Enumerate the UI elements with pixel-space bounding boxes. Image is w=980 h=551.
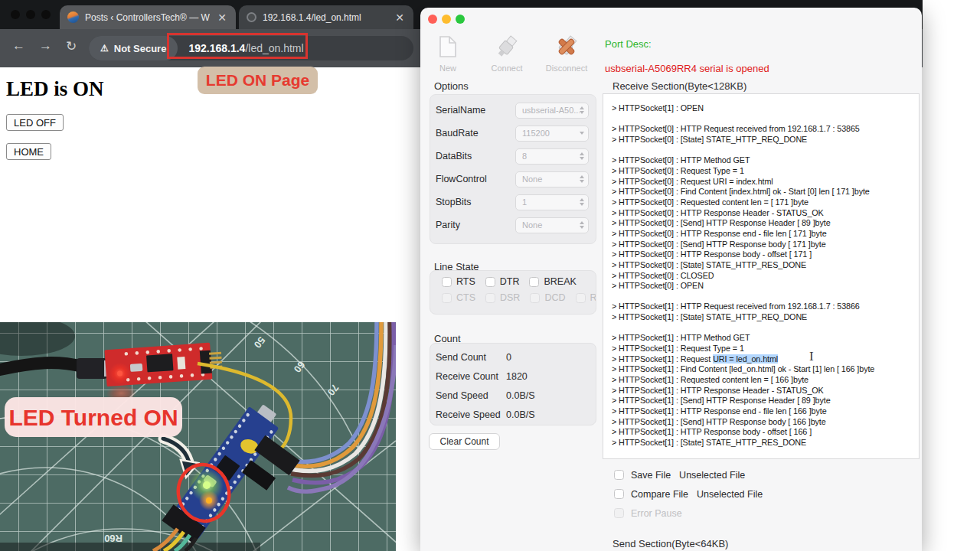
dsr-checkbox[interactable] <box>485 293 495 303</box>
usb-disconnect-icon <box>554 35 580 58</box>
window-control-icon[interactable] <box>11 10 20 19</box>
log-line: > HTTPSocket[0] : HTTP Response end - fi… <box>612 229 916 240</box>
log-line: > HTTPSocket[1] : [Send] HTTP Response b… <box>612 417 916 428</box>
log-line: > HTTPSocket[1] : Request URI = led_on.h… <box>612 354 916 365</box>
page-title: LED is ON <box>6 77 104 101</box>
line-state-row: CTSDSRDCDRI <box>430 287 596 303</box>
file-option-label: Save File <box>631 470 671 481</box>
file-options: Save FileUnselected FileCompare FileUnse… <box>614 465 763 523</box>
led-off-button[interactable]: LED OFF <box>6 114 64 131</box>
line-state-item-cts: CTS <box>442 292 475 303</box>
databits-select[interactable]: 8 <box>515 148 589 165</box>
home-button[interactable]: HOME <box>6 143 51 160</box>
reload-icon[interactable]: ↻ <box>66 38 77 54</box>
port-status-text: usbserial-A5069RR4 serial is opened <box>605 63 769 74</box>
log-line: > HTTPSocket[1] : HTTP Response Header -… <box>612 386 916 396</box>
log-line: > HTTPSocket[1] : Find Content [led_on.h… <box>612 364 916 375</box>
security-chip[interactable]: ⚠ Not Secure <box>89 36 178 60</box>
count-label: Receive Speed <box>436 409 506 420</box>
tab-title: 192.168.1.4/led_on.html <box>263 12 387 23</box>
file-option-value: Unselected File <box>679 470 745 481</box>
option-row-parity: ParityNone <box>430 214 596 236</box>
checkbox-label: BREAK <box>544 276 576 287</box>
clear-count-button[interactable]: Clear Count <box>429 433 500 450</box>
log-selected-text: URI = led_on.html <box>713 354 778 364</box>
option-label: StopBits <box>436 197 472 207</box>
ri-checkbox[interactable] <box>576 293 586 303</box>
receive-section-title: Receive Section(Byte<128KB) <box>612 80 746 92</box>
text-cursor-icon: I <box>809 349 814 364</box>
checkbox-label: DCD <box>544 292 565 303</box>
count-row: Receive Speed0.0B/S <box>430 405 596 424</box>
flowcontrol-select[interactable]: None <box>515 171 589 187</box>
select-value: usbserial-A50... <box>522 106 580 115</box>
stopbits-select[interactable]: 1 <box>515 194 589 210</box>
compare-file-checkbox[interactable] <box>614 489 624 499</box>
log-line: > HTTPSocket[0] : HTTP Response body - o… <box>612 249 916 260</box>
dtr-checkbox[interactable] <box>485 277 495 287</box>
line-state-item-dcd: DCD <box>530 292 565 303</box>
new-button[interactable]: New <box>421 35 475 73</box>
save-file-checkbox[interactable] <box>614 470 624 480</box>
log-line: > HTTPSocket[0] : Find Content [index.ht… <box>612 187 916 197</box>
line-state-item-ri: RI <box>576 292 597 303</box>
tab-led-on-page[interactable]: 192.168.1.4/led_on.html ✕ <box>239 5 413 29</box>
traffic-light-zoom-icon[interactable] <box>456 15 465 24</box>
log-line <box>612 323 916 334</box>
option-label: SerialName <box>436 105 485 116</box>
rts-checkbox[interactable] <box>442 277 452 287</box>
disconnect-button[interactable]: Disconnect <box>540 35 593 73</box>
connect-button[interactable]: Connect <box>480 35 534 73</box>
log-line: > HTTPSocket[1] : HTTP Method GET <box>612 333 916 344</box>
log-text: > HTTPSocket[1] : Request <box>612 354 713 364</box>
log-line: > HTTPSocket[0] : HTTP Response Header -… <box>612 208 916 219</box>
option-row-stopbits: StopBits1 <box>430 191 596 214</box>
log-line: > HTTPSocket[1] : [Send] HTTP Response H… <box>612 396 916 406</box>
traffic-light-minimize-icon[interactable] <box>442 15 451 24</box>
log-line: > HTTPSocket[1] : Requested content len … <box>612 375 916 386</box>
count-value: 0.0B/S <box>506 390 535 401</box>
option-row-baudrate: BaudRate115200 <box>430 122 596 145</box>
controllerstech-favicon-icon <box>67 11 79 23</box>
line-state-item-dsr: DSR <box>485 292 520 303</box>
loading-favicon-icon <box>247 12 256 22</box>
checkbox-label: RTS <box>456 276 475 287</box>
dropdown-caret-icon <box>580 132 584 135</box>
forward-icon[interactable]: → <box>39 38 52 54</box>
option-label: FlowControl <box>436 174 487 184</box>
led-on-page-badge: LED ON Page <box>198 67 318 94</box>
line-state-item-break: BREAK <box>529 276 576 287</box>
count-label: Send Speed <box>436 390 506 401</box>
window-control-icon[interactable] <box>26 10 35 19</box>
baudrate-select[interactable]: 115200 <box>515 126 589 142</box>
cts-checkbox[interactable] <box>442 293 452 303</box>
port-desc-label: Port Desc: <box>605 38 652 50</box>
log-line: > HTTPSocket[0] : [Send] HTTP Response b… <box>612 240 916 250</box>
serial-terminal-window: New Connect Disconnect <box>420 8 922 551</box>
error-pause-checkbox[interactable] <box>614 508 624 518</box>
parity-select[interactable]: None <box>515 217 589 233</box>
receive-log[interactable]: > HTTPSocket[1] : OPEN > HTTPSocket[0] :… <box>603 93 920 459</box>
window-control-icon[interactable] <box>41 10 51 19</box>
log-line: > HTTPSocket[1] : Request Type = 1 <box>612 344 916 354</box>
traffic-light-close-icon[interactable] <box>428 15 437 24</box>
break-checkbox[interactable] <box>529 277 539 287</box>
close-icon[interactable]: ✕ <box>216 11 228 24</box>
line-state-panel: RTSDTRBREAKCTSDSRDCDRI <box>430 270 596 315</box>
count-row: Send Speed0.0B/S <box>430 386 596 405</box>
stepper-icon <box>580 221 584 229</box>
back-icon[interactable]: ← <box>12 38 25 54</box>
options-panel: SerialNameusbserial-A50...BaudRate115200… <box>430 94 596 244</box>
log-line: > HTTPSocket[0] : HTTP Method GET <box>612 155 916 166</box>
log-line: > HTTPSocket[0] : HTTP Request received … <box>612 124 916 135</box>
count-value: 1820 <box>506 371 528 382</box>
log-line: > HTTPSocket[0] : Requested content len … <box>612 197 916 208</box>
close-icon[interactable]: ✕ <box>394 11 406 24</box>
tab-controllerstech[interactable]: Posts ‹ ControllersTech® — W ✕ <box>60 5 236 29</box>
send-section-title: Send Section(Byte<64KB) <box>612 538 728 549</box>
checkbox-label: DSR <box>500 292 520 303</box>
select-value: 8 <box>522 152 580 161</box>
count-row: Receive Count1820 <box>430 367 596 386</box>
dcd-checkbox[interactable] <box>530 293 540 303</box>
serialname-select[interactable]: usbserial-A50... <box>515 103 589 119</box>
